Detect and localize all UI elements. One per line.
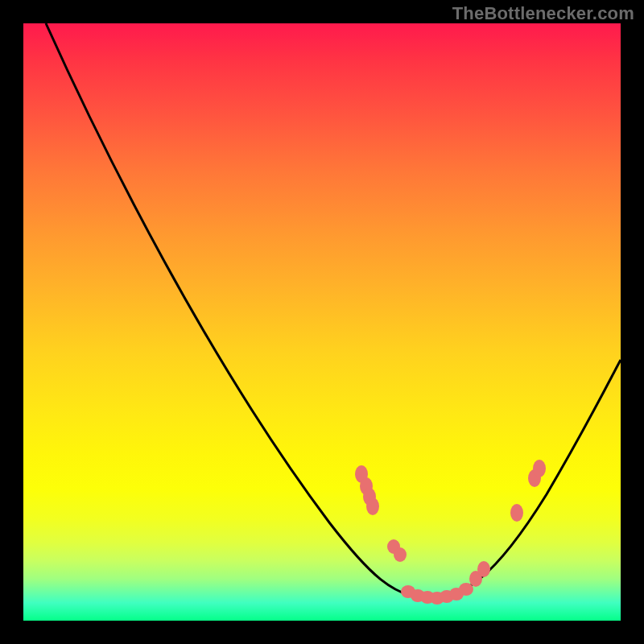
- chart-svg: [23, 23, 621, 621]
- data-marker: [459, 583, 473, 596]
- bottleneck-curve: [46, 23, 621, 598]
- data-marker: [366, 497, 379, 515]
- data-marker: [477, 561, 490, 577]
- chart-frame: TheBottlenecker.com: [0, 0, 644, 644]
- data-marker: [510, 504, 523, 522]
- watermark-text: TheBottlenecker.com: [452, 3, 634, 24]
- data-marker: [533, 460, 546, 477]
- data-marker: [394, 547, 407, 562]
